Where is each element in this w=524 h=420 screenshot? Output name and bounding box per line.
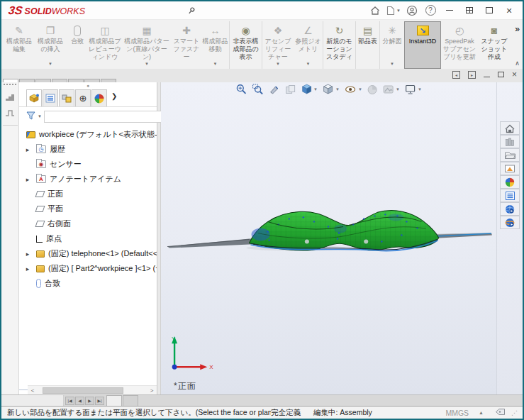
step-panel-icon[interactable]	[4, 106, 16, 119]
menu-item[interactable]	[138, 9, 149, 13]
scrollbar-thumb[interactable]	[43, 387, 123, 394]
menu-item[interactable]	[115, 9, 126, 13]
feature-tree-item[interactable]: ▸ (固定) telephone<1> (Default<<D	[19, 246, 157, 261]
tree-item-label: 正面	[48, 189, 63, 199]
toolbar-button[interactable]: SpeedPakサブアセンブリを更新	[441, 21, 478, 69]
feature-tree-item[interactable]: 平面	[19, 201, 157, 216]
feature-tree-item[interactable]: 原点	[19, 231, 157, 246]
feature-tree-item[interactable]: 合致	[19, 276, 157, 291]
fm-tabs-expand-icon[interactable]: ❯	[111, 92, 117, 103]
tree-expand-arrow[interactable]: ▸	[24, 146, 31, 153]
3d-content-central-icon[interactable]	[500, 216, 520, 229]
toolbar-overflow-button[interactable]: »	[515, 24, 520, 34]
scroll-left-icon[interactable]: <	[29, 387, 36, 394]
toolbar-button-icon	[4, 23, 34, 38]
help-icon[interactable]: ?	[422, 4, 439, 18]
file-explorer-icon[interactable]	[500, 148, 520, 162]
feature-tree-item[interactable]: ▸ アノテートアイテム	[19, 172, 157, 187]
feature-tree-item[interactable]: センサー	[19, 157, 157, 172]
status-bar: 新しい部品を配置する面または平面を選択して下さい。(Select the fac…	[1, 406, 523, 419]
scroll-right-icon[interactable]: >	[148, 387, 155, 394]
doc-restore-icon[interactable]	[498, 72, 504, 77]
content-area: ● ⊕ ❯ ▼	[1, 82, 523, 394]
design-library-icon[interactable]	[500, 135, 520, 148]
walkthrough-panel-icon[interactable]	[4, 91, 16, 104]
feature-tree-item[interactable]: workpiece (デフォルト<表示状態-1>)	[19, 127, 157, 142]
toolbar-button[interactable]: 構成部品移動 ▼	[201, 21, 230, 69]
pin-menu-icon[interactable]	[187, 6, 196, 15]
graphics-area[interactable]: ▼ ▼ ▼ ▼ ▼	[161, 82, 496, 394]
last-study-icon[interactable]: ▶|	[95, 397, 104, 405]
previous-document-icon[interactable]: ◂	[452, 71, 460, 79]
tree-expand-arrow[interactable]: ▸	[24, 265, 31, 272]
feature-tree-item[interactable]: 右側面	[19, 216, 157, 231]
toolbar-button[interactable]: 構成部品の挿入 ▼	[34, 21, 67, 69]
dimxpert-manager-tab[interactable]: ⊕	[75, 89, 91, 106]
tree-expand-arrow[interactable]: ▸	[24, 250, 31, 258]
minimize-window-icon[interactable]	[440, 4, 459, 18]
units-caret-icon[interactable]: ▲	[479, 410, 484, 415]
toolbar-button[interactable]: 構成部品プレビューウィンドウ	[88, 21, 122, 69]
tag-icon[interactable]	[495, 408, 506, 417]
toolbar-button[interactable]: スマートファスナー	[172, 21, 201, 69]
toolbar-button[interactable]: 新規のモーションスタディ	[323, 21, 356, 69]
resize-grip[interactable]: ⋰	[511, 409, 517, 416]
solidworks-forum-icon[interactable]	[500, 202, 520, 216]
new-document-icon[interactable]: ▼	[385, 4, 402, 18]
solidworks-window: 3S SOLID WORKS ▼ ? ×	[0, 0, 524, 420]
close-window-icon[interactable]: ×	[500, 4, 518, 18]
previous-study-icon[interactable]: ◀	[75, 397, 84, 405]
tile-windows-icon[interactable]	[460, 4, 479, 18]
custom-properties-icon[interactable]	[500, 189, 520, 202]
status-message: 新しい部品を配置する面または平面を選択して下さい。(Select the fac…	[7, 408, 271, 418]
property-manager-tab[interactable]	[43, 89, 58, 106]
task-pane-rail	[496, 82, 523, 394]
display-manager-tab[interactable]	[91, 89, 107, 106]
feature-tree-item[interactable]: ▸ 履歴	[19, 142, 157, 157]
tree-expand-arrow[interactable]: ▸	[24, 176, 31, 183]
next-study-icon[interactable]: ▶	[85, 397, 94, 405]
menu-item[interactable]	[160, 9, 172, 13]
filter-caret-icon[interactable]: ▼	[38, 114, 42, 118]
toolbar-button[interactable]: 非表示構成部品の表示	[230, 21, 262, 69]
toolbar-button[interactable]: スナップショット作成	[478, 21, 511, 69]
next-document-icon[interactable]: ▸	[468, 71, 476, 79]
toolbar-button-label: スマートファスナー	[172, 38, 201, 60]
toolbar-button[interactable]: Instant3D	[404, 21, 441, 69]
toolbar-collapse-button[interactable]: ∧	[515, 60, 520, 67]
view-palette-icon[interactable]	[500, 162, 520, 175]
toolbar-button[interactable]: アセンブリフィーチャー ▼	[262, 21, 294, 69]
feature-tree-item[interactable]: ▸ (固定) [ Part2^workpiece ]<1> (デ	[19, 261, 157, 276]
study-tab[interactable]	[123, 395, 138, 406]
panel-grip[interactable]: ●	[19, 82, 157, 89]
menu-item[interactable]	[172, 9, 183, 13]
appearances-scenes-icon[interactable]	[500, 175, 520, 189]
toolbar-button-label: 構成部品編集	[4, 38, 34, 53]
feature-manager-tree-tab[interactable]	[26, 89, 42, 106]
panel-horizontal-scrollbar[interactable]: < >	[28, 385, 157, 394]
feature-tree-item[interactable]: 正面	[19, 187, 157, 201]
first-study-icon[interactable]: |◀	[65, 397, 74, 405]
doc-close-icon[interactable]: ×	[512, 70, 517, 79]
tree-filter-input[interactable]	[44, 111, 171, 123]
tree-filter-row: ▼	[19, 107, 157, 126]
toolbar-button[interactable]: 構成部品編集	[4, 21, 34, 69]
user-account-icon[interactable]	[403, 4, 420, 18]
toolbar-button[interactable]: 合致	[67, 21, 88, 69]
filter-funnel-icon[interactable]	[26, 110, 35, 123]
units-label[interactable]: MMGS	[445, 409, 469, 417]
menu-item[interactable]	[149, 9, 160, 13]
maximize-window-icon[interactable]	[480, 4, 498, 18]
menu-item[interactable]	[104, 9, 115, 13]
toolbar-button[interactable]: 部品表	[356, 21, 380, 69]
configuration-manager-tab[interactable]	[59, 89, 74, 106]
home-icon[interactable]	[367, 4, 384, 18]
task-pane-home-icon[interactable]	[500, 121, 520, 135]
menu-item[interactable]	[126, 9, 138, 13]
dock-drag-handle[interactable]	[4, 84, 16, 85]
toolbar-button[interactable]: 分解図 ▼	[380, 21, 404, 69]
study-tab[interactable]	[106, 395, 122, 406]
toolbar-button[interactable]: 構成部品パターン(直線パターン) ▼	[122, 21, 172, 69]
doc-minimize-icon[interactable]	[484, 77, 490, 77]
toolbar-button[interactable]: 参照ジオメトリ ▼	[294, 21, 323, 69]
